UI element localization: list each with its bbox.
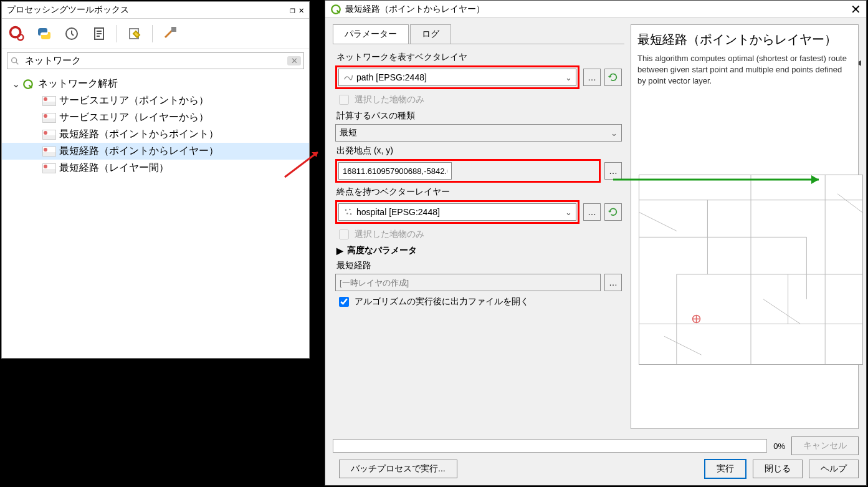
tree-group-label: ネットワーク解析 (38, 77, 118, 90)
tab-bar: パラメーター ログ (333, 24, 624, 44)
reload-button[interactable] (604, 69, 622, 86)
chevron-down-icon: ⌄ (11, 78, 21, 90)
dialog-title-text: 最短経路（ポイントからレイヤー） (345, 4, 851, 15)
python-icon[interactable] (34, 24, 54, 44)
dialog-titlebar: 最短経路（ポイントからレイヤー） ✕ (325, 1, 866, 18)
close-button[interactable]: 閉じる (753, 460, 803, 478)
point-layer-icon (343, 206, 354, 218)
tree-item[interactable]: サービスエリア（ポイントから） (2, 92, 309, 109)
search-bar: ✕ (7, 52, 304, 69)
dock-icon[interactable]: ❐ (290, 5, 295, 15)
output-browse-button[interactable]: … (604, 274, 622, 291)
reload-button[interactable] (604, 203, 622, 221)
selected-only-checkbox[interactable]: 選択した地物のみ (336, 93, 621, 107)
tree-item[interactable]: サービスエリア（レイヤーから） (2, 109, 309, 126)
close-icon[interactable]: ✕ (851, 2, 861, 17)
highlight-start-point (335, 159, 601, 183)
path-type-select[interactable]: 最短 ⌄ (335, 124, 622, 142)
progress-bar (333, 439, 767, 453)
execute-button[interactable]: 実行 (704, 459, 746, 479)
progress-row: 0% キャンセル (333, 436, 859, 455)
browse-button[interactable]: … (583, 69, 601, 86)
qgis-icon (330, 4, 341, 15)
panel-title-text: プロセッシングツールボックス (7, 4, 286, 16)
close-panel-icon[interactable]: ✕ (299, 5, 304, 15)
svg-rect-5 (172, 27, 176, 31)
results-icon[interactable] (89, 24, 109, 44)
panel-titlebar: プロセッシングツールボックス ❐ ✕ (2, 2, 309, 19)
search-icon (7, 56, 22, 66)
svg-point-6 (12, 57, 17, 62)
progress-text: 0% (773, 441, 785, 451)
gear-icon[interactable] (7, 24, 27, 44)
highlight-end-layer: hospital [EPSG:2448] ⌄ (335, 200, 579, 224)
tree-group-network[interactable]: ⌄ ネットワーク解析 (2, 75, 309, 92)
svg-point-11 (346, 213, 348, 214)
svg-point-0 (11, 27, 21, 37)
help-column: 最短経路（ポイントからレイヤー） This algorithm computes… (631, 24, 859, 429)
label-path-type: 計算するパスの種類 (336, 110, 621, 122)
clear-search-icon[interactable]: ✕ (287, 56, 301, 65)
help-button[interactable]: ヘルプ (809, 460, 859, 478)
help-title: 最短経路（ポイントからレイヤー） (637, 31, 852, 48)
cancel-button: キャンセル (791, 436, 859, 455)
browse-button[interactable]: … (583, 203, 601, 221)
edit-model-icon[interactable] (125, 24, 145, 44)
chevron-down-icon: ⌄ (565, 208, 572, 217)
help-text: This algorithm computes optimal (shortes… (637, 53, 852, 87)
triangle-right-icon: ▶ (336, 246, 343, 256)
parameters-column: パラメーター ログ ◂ ネットワークを表すベクタレイヤ path [EPSG:2… (333, 24, 624, 429)
label-output: 最短経路 (336, 260, 621, 271)
svg-point-12 (350, 213, 351, 215)
processing-toolbox-panel: プロセッシングツールボックス ❐ ✕ ✕ ⌄ ネットワーク解析 サービスエリア（… (1, 1, 310, 359)
chevron-down-icon: ⌄ (565, 73, 572, 82)
tree-item[interactable]: 最短経路（ポイントからポイント） (2, 126, 309, 143)
open-after-checkbox[interactable]: アルゴリズムの実行後に出力ファイルを開く (336, 295, 621, 309)
label-start-point: 出発地点 (x, y) (336, 145, 621, 157)
history-icon[interactable] (62, 24, 82, 44)
svg-point-10 (349, 209, 350, 210)
algorithm-dialog: 最短経路（ポイントからレイヤー） ✕ パラメーター ログ ◂ ネットワークを表す… (325, 0, 867, 486)
selected-only-checkbox-2[interactable]: 選択した地物のみ (336, 228, 621, 241)
label-vector-layer: ネットワークを表すベクタレイヤ (336, 52, 621, 63)
svg-point-9 (345, 210, 346, 211)
algorithm-tree: ⌄ ネットワーク解析 サービスエリア（ポイントから） サービスエリア（レイヤーか… (2, 73, 309, 179)
output-input[interactable] (335, 274, 601, 291)
toolbox-toolbar (2, 19, 309, 49)
options-icon[interactable] (160, 24, 180, 44)
advanced-toggle[interactable]: ▶高度なパラメータ (336, 245, 621, 256)
pick-point-button[interactable]: … (604, 162, 622, 180)
tab-log[interactable]: ログ (410, 24, 451, 44)
chevron-down-icon: ⌄ (611, 128, 618, 138)
highlight-vector-layer: path [EPSG:2448] ⌄ (335, 65, 579, 89)
start-point-input[interactable] (338, 162, 452, 180)
tree-item[interactable]: 最短経路（レイヤー間） (2, 160, 309, 176)
search-input[interactable] (22, 53, 287, 69)
tree-item-selected[interactable]: 最短経路（ポイントからレイヤー） (2, 143, 309, 160)
vector-layer-select[interactable]: path [EPSG:2448] ⌄ (338, 69, 576, 86)
dialog-footer: バッチプロセスで実行... 実行 閉じる ヘルプ (333, 459, 859, 479)
batch-button[interactable]: バッチプロセスで実行... (339, 460, 457, 478)
line-layer-icon (343, 72, 354, 83)
qgis-icon (21, 78, 36, 90)
tab-parameters[interactable]: パラメーター (333, 24, 409, 44)
end-layer-select[interactable]: hospital [EPSG:2448] ⌄ (338, 203, 576, 221)
map-preview (639, 175, 863, 365)
label-end-layer: 終点を持つベクターレイヤー (336, 186, 621, 198)
